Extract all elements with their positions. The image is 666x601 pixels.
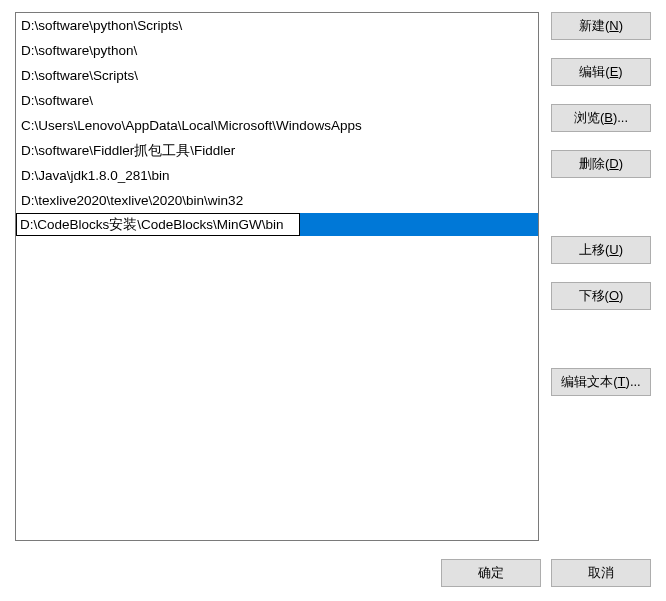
- new-button[interactable]: 新建(N): [551, 12, 651, 40]
- ok-button[interactable]: 确定: [441, 559, 541, 587]
- btn-text: ): [619, 156, 623, 171]
- btn-hotkey: N: [609, 18, 618, 33]
- btn-text: )...: [626, 374, 641, 389]
- btn-hotkey: O: [609, 288, 619, 303]
- path-edit-input[interactable]: [16, 213, 300, 236]
- btn-hotkey: U: [609, 242, 618, 257]
- move-up-button[interactable]: 上移(U): [551, 236, 651, 264]
- btn-text: 浏览(: [574, 110, 604, 125]
- list-item-selected[interactable]: [16, 213, 538, 236]
- list-item[interactable]: D:\Java\jdk1.8.0_281\bin: [16, 163, 538, 188]
- btn-text: ): [619, 242, 623, 257]
- btn-text: ): [618, 64, 622, 79]
- btn-text: ): [619, 288, 623, 303]
- btn-text: 删除(: [579, 156, 609, 171]
- btn-hotkey: B: [604, 110, 613, 125]
- btn-text: ): [619, 18, 623, 33]
- list-item[interactable]: D:\software\: [16, 88, 538, 113]
- btn-hotkey: T: [618, 374, 626, 389]
- list-item[interactable]: D:\software\Scripts\: [16, 63, 538, 88]
- path-listbox[interactable]: D:\software\python\Scripts\ D:\software\…: [15, 12, 539, 541]
- list-item[interactable]: D:\software\python\Scripts\: [16, 13, 538, 38]
- dialog-buttons: 确定 取消: [441, 559, 651, 587]
- edit-text-button[interactable]: 编辑文本(T)...: [551, 368, 651, 396]
- list-item[interactable]: C:\Users\Lenovo\AppData\Local\Microsoft\…: [16, 113, 538, 138]
- list-item[interactable]: D:\software\Fiddler抓包工具\Fiddler: [16, 138, 538, 163]
- btn-text: 上移(: [579, 242, 609, 257]
- btn-hotkey: D: [609, 156, 618, 171]
- btn-text: 编辑(: [579, 64, 609, 79]
- btn-text: 新建(: [579, 18, 609, 33]
- move-down-button[interactable]: 下移(O): [551, 282, 651, 310]
- btn-text: 下移(: [579, 288, 609, 303]
- list-item[interactable]: D:\texlive2020\texlive\2020\bin\win32: [16, 188, 538, 213]
- delete-button[interactable]: 删除(D): [551, 150, 651, 178]
- btn-text: 编辑文本(: [561, 374, 617, 389]
- button-column: 新建(N) 编辑(E) 浏览(B)... 删除(D) 上移(U) 下移(O) 编…: [551, 12, 651, 541]
- list-item[interactable]: D:\software\python\: [16, 38, 538, 63]
- edit-button[interactable]: 编辑(E): [551, 58, 651, 86]
- browse-button[interactable]: 浏览(B)...: [551, 104, 651, 132]
- btn-text: )...: [613, 110, 628, 125]
- cancel-button[interactable]: 取消: [551, 559, 651, 587]
